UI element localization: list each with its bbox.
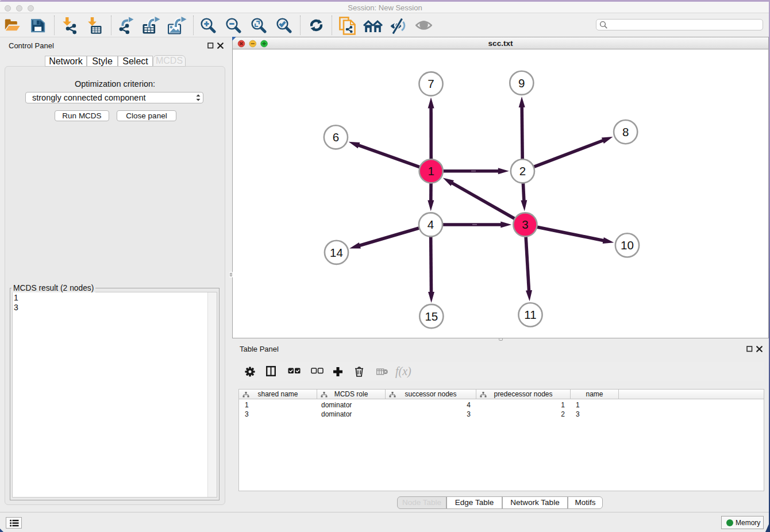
svg-text:2: 2 <box>519 164 526 178</box>
svg-text:15: 15 <box>425 310 438 323</box>
svg-text:6: 6 <box>333 130 339 144</box>
svg-text:11: 11 <box>524 308 536 321</box>
svg-text:7: 7 <box>428 77 434 90</box>
svg-text:4: 4 <box>428 218 434 231</box>
svg-text:10: 10 <box>621 238 634 252</box>
svg-text:9: 9 <box>518 76 525 90</box>
svg-text:8: 8 <box>622 125 629 138</box>
svg-text:14: 14 <box>330 246 343 259</box>
svg-text:3: 3 <box>522 218 528 231</box>
svg-text:1: 1 <box>428 164 434 178</box>
